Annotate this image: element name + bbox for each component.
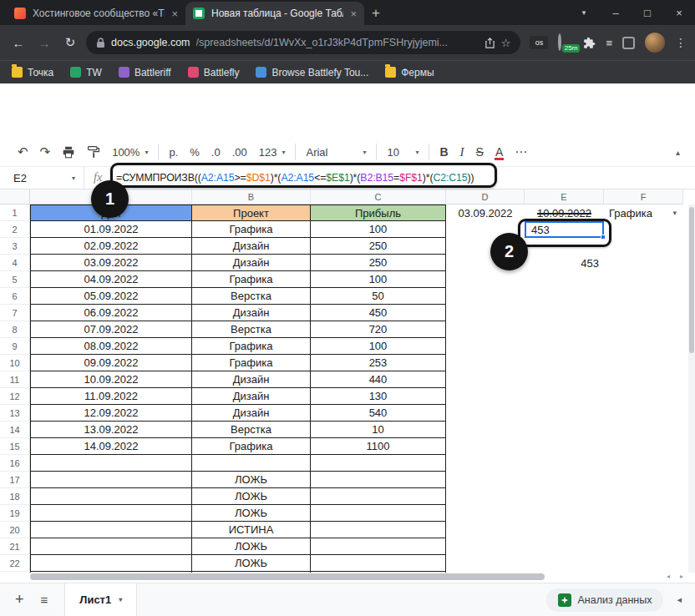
number-format-menu[interactable]: 123▾	[253, 141, 292, 163]
cell-B10[interactable]: Графика	[192, 355, 311, 371]
paint-format-button[interactable]	[81, 141, 106, 163]
cell-B1[interactable]: Проект	[192, 204, 311, 221]
row-header-1[interactable]: 1	[0, 204, 30, 221]
bold-button[interactable]: B	[434, 141, 454, 163]
undo-button[interactable]: ↶	[12, 141, 34, 163]
vertical-scrollbar[interactable]	[688, 204, 695, 577]
cell-A16[interactable]	[30, 455, 192, 472]
cell-B19[interactable]: ЛОЖЬ	[192, 505, 311, 522]
row-header-13[interactable]: 13	[0, 405, 30, 422]
cell-A22[interactable]	[30, 555, 192, 572]
row-header-5[interactable]: 5	[0, 271, 30, 288]
cell-A10[interactable]: 09.09.2022	[30, 355, 192, 371]
cell-A4[interactable]: 03.09.2022	[30, 255, 192, 271]
cell-A14[interactable]: 13.09.2022	[30, 422, 192, 438]
cell-C18[interactable]	[311, 488, 446, 505]
cell-B15[interactable]: Графика	[192, 438, 311, 455]
cell-B14[interactable]: Верстка	[192, 422, 311, 438]
cell-B6[interactable]: Верстка	[192, 288, 311, 305]
italic-button[interactable]: I	[454, 141, 470, 163]
collapse-toolbar-icon[interactable]: ▴	[676, 148, 683, 157]
more-options-button[interactable]: ⋯	[509, 141, 533, 163]
cell-B11[interactable]: Дизайн	[192, 371, 311, 388]
cell-C11[interactable]: 440	[311, 371, 446, 388]
row-header-15[interactable]: 15	[0, 438, 30, 455]
increase-decimal-button[interactable]: .00	[226, 141, 253, 163]
row-header-12[interactable]: 12	[0, 388, 30, 405]
cell-B17[interactable]: ЛОЖЬ	[192, 472, 311, 488]
redo-button[interactable]: ↷	[34, 141, 57, 163]
cell-A19[interactable]	[30, 505, 192, 522]
cell-C13[interactable]: 540	[311, 405, 446, 422]
dropdown-caret-icon[interactable]: ▾	[672, 209, 677, 217]
forward-button[interactable]: →	[34, 36, 54, 50]
cell-A5[interactable]: 04.09.2022	[30, 271, 192, 288]
row-header-11[interactable]: 11	[0, 371, 30, 388]
bookmark-tw[interactable]: TW	[70, 67, 102, 78]
bookmark-fermy[interactable]: Фермы	[385, 67, 434, 78]
cell-A7[interactable]: 06.09.2022	[30, 305, 192, 321]
column-header-E[interactable]: E	[525, 189, 604, 204]
column-header-F[interactable]: F	[604, 189, 683, 204]
row-header-8[interactable]: 8	[0, 321, 30, 338]
font-select[interactable]: Arial▾	[300, 141, 372, 163]
cell-A3[interactable]: 02.09.2022	[30, 238, 192, 255]
row-header-22[interactable]: 22	[0, 555, 30, 572]
chevron-down-icon[interactable]: ▾	[72, 174, 75, 182]
cell-C17[interactable]	[311, 472, 446, 488]
cell-C8[interactable]: 720	[311, 321, 446, 338]
cell-C21[interactable]	[311, 538, 446, 555]
cell-D1[interactable]: 03.09.2022	[446, 204, 525, 221]
cell-C12[interactable]: 130	[311, 388, 446, 405]
cell-A9[interactable]: 08.09.2022	[30, 338, 192, 355]
cell-C15[interactable]: 1100	[311, 438, 446, 455]
cell-A21[interactable]	[30, 538, 192, 555]
cell-C3[interactable]: 250	[311, 238, 446, 255]
browser-profile-avatar[interactable]	[645, 33, 665, 53]
row-header-3[interactable]: 3	[0, 238, 30, 255]
reload-button[interactable]: ↻	[60, 35, 80, 50]
bookmark-battleriff[interactable]: Battleriff	[119, 67, 171, 78]
text-color-button[interactable]: A	[490, 141, 509, 163]
all-sheets-menu-icon[interactable]: ≡	[41, 593, 48, 607]
cell-C22[interactable]	[311, 555, 446, 572]
cell-A11[interactable]: 10.09.2022	[30, 371, 192, 388]
bookmark-battlefy[interactable]: Browse Battlefy Tou...	[256, 67, 368, 78]
cell-B4[interactable]: Дизайн	[192, 255, 311, 271]
browser-tab-hosting[interactable]: Хостинговое сообщество «Time ×	[7, 2, 185, 25]
name-box[interactable]: E2 ▾	[0, 167, 84, 189]
cell-B21[interactable]: ЛОЖЬ	[192, 538, 311, 555]
maximize-button[interactable]: □	[632, 0, 663, 25]
column-header-D[interactable]: D	[446, 189, 525, 204]
cell-A15[interactable]: 14.09.2022	[30, 438, 192, 455]
browser-menu-icon[interactable]: ⋮	[675, 36, 687, 49]
cell-C14[interactable]: 10	[311, 422, 446, 438]
cell-B12[interactable]: Дизайн	[192, 388, 311, 405]
cell-C10[interactable]: 253	[311, 355, 446, 371]
close-button[interactable]: ×	[663, 0, 695, 25]
row-header-17[interactable]: 17	[0, 472, 30, 488]
row-header-21[interactable]: 21	[0, 538, 30, 555]
tab-close-icon[interactable]: ×	[350, 8, 357, 20]
new-tab-button[interactable]: +	[364, 2, 388, 25]
collapse-panel-icon[interactable]: ◂	[677, 594, 682, 605]
cell-B22[interactable]: ЛОЖЬ	[192, 555, 311, 572]
cell-B18[interactable]: ЛОЖЬ	[192, 488, 311, 505]
row-header-6[interactable]: 6	[0, 288, 30, 305]
bookmark-star-icon[interactable]: ☆	[501, 37, 511, 49]
cell-C1[interactable]: Прибыль	[311, 204, 446, 221]
cell-C2[interactable]: 100	[311, 221, 446, 238]
timer-extension-icon[interactable]: 25m	[558, 35, 573, 50]
cell-C19[interactable]	[311, 505, 446, 522]
bookmark-battlefly[interactable]: Battlefly	[188, 67, 240, 78]
cell-A17[interactable]	[30, 472, 192, 488]
column-header-C[interactable]: C	[311, 189, 446, 204]
reader-extension-icon[interactable]: ≡	[606, 37, 612, 49]
cell-F1[interactable]: Графика▾	[604, 204, 683, 221]
cell-B2[interactable]: Графика	[192, 221, 311, 238]
cell-B13[interactable]: Дизайн	[192, 405, 311, 422]
os-extension-icon[interactable]: os	[530, 36, 548, 49]
url-omnibox[interactable]: docs.google.com /spreadsheets/d/1WvXx_o1…	[86, 31, 520, 54]
cell-C5[interactable]: 100	[311, 271, 446, 288]
column-header-B[interactable]: B	[192, 189, 311, 204]
